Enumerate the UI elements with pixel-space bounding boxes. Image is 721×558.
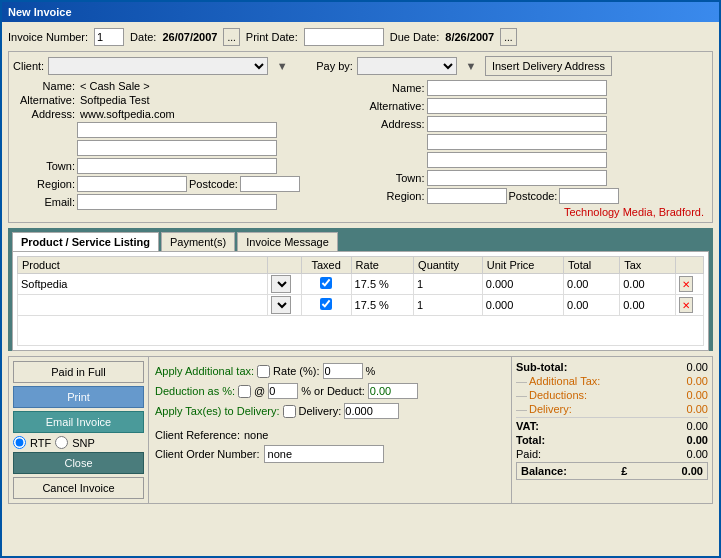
- addr3-row-left: [13, 140, 359, 156]
- product-cell-2: [18, 295, 268, 316]
- col-product: Product: [18, 257, 268, 274]
- addr-label-right: Address:: [363, 118, 425, 130]
- qty-input-2[interactable]: [417, 297, 457, 313]
- addr2-input-left[interactable]: [77, 122, 277, 138]
- client-select[interactable]: [48, 57, 268, 75]
- table-row: ▼ 17.5 % ✕: [18, 274, 704, 295]
- rate-input[interactable]: [323, 363, 363, 379]
- addr3-input-right[interactable]: [427, 152, 607, 168]
- deduct-input[interactable]: [368, 383, 418, 399]
- print-date-input[interactable]: [304, 28, 384, 46]
- region-input-left[interactable]: [77, 176, 187, 192]
- name-input-right[interactable]: [427, 80, 607, 96]
- town-input-left[interactable]: [77, 158, 277, 174]
- rtf-label: RTF: [30, 437, 51, 449]
- total-input-2[interactable]: [567, 297, 605, 313]
- product-dropdown-2[interactable]: ▼: [271, 296, 291, 314]
- alt-row-right: Alternative:: [363, 98, 709, 114]
- total-label: Total:: [516, 434, 545, 446]
- qty-cell-2: [414, 295, 483, 316]
- unit-price-input-2[interactable]: [486, 297, 541, 313]
- rate-unit-2: %: [379, 299, 389, 311]
- alt-label-right: Alternative:: [363, 100, 425, 112]
- qty-input-1[interactable]: [417, 276, 457, 292]
- delivery-label-bottom: Delivery:: [299, 405, 342, 417]
- name-value-left: < Cash Sale >: [80, 80, 150, 92]
- deduction-label: Deduction as %:: [155, 385, 235, 397]
- email-invoice-btn[interactable]: Email Invoice: [13, 411, 144, 433]
- unit-price-cell-2: [482, 295, 563, 316]
- addr-label-left: Address:: [13, 108, 75, 120]
- tax-input-2[interactable]: [623, 297, 661, 313]
- col-rate: Rate: [351, 257, 413, 274]
- deductions-value: 0.00: [687, 389, 708, 401]
- client-order-input[interactable]: [264, 445, 384, 463]
- total-value: 0.00: [687, 434, 708, 446]
- invoice-number-label: Invoice Number:: [8, 31, 88, 43]
- region-input-right[interactable]: [427, 188, 507, 204]
- rate-cell-1: 17.5 %: [351, 274, 413, 295]
- due-date-picker-btn[interactable]: ...: [500, 28, 516, 46]
- taxed-check-2[interactable]: [320, 298, 332, 310]
- product-input-2[interactable]: [21, 297, 264, 313]
- apply-tax-check[interactable]: [257, 365, 270, 378]
- apply-delivery-row: Apply Tax(es) to Delivery: Delivery:: [155, 403, 505, 419]
- region-label-left: Region:: [13, 178, 75, 190]
- delivery-input[interactable]: [344, 403, 399, 419]
- product-dropdown-1[interactable]: ▼: [271, 275, 291, 293]
- tax-input-1[interactable]: [623, 276, 661, 292]
- deduction-pct-input[interactable]: [268, 383, 298, 399]
- subtotal-label: Sub-total:: [516, 361, 567, 373]
- invoice-number-input[interactable]: [94, 28, 124, 46]
- rtf-radio[interactable]: [13, 436, 26, 449]
- postcode-input-right[interactable]: [559, 188, 619, 204]
- tax-cell-1: [620, 274, 676, 295]
- taxed-check-1[interactable]: [320, 277, 332, 289]
- unit-price-input-1[interactable]: [486, 276, 541, 292]
- main-window: New Invoice Invoice Number: Date: 26/07/…: [0, 0, 721, 558]
- close-btn[interactable]: Close: [13, 452, 144, 474]
- insert-delivery-btn[interactable]: Insert Delivery Address: [485, 56, 612, 76]
- vat-label: VAT:: [516, 420, 539, 432]
- subtotal-value: 0.00: [687, 361, 708, 373]
- town-label-left: Town:: [13, 160, 75, 172]
- alt-input-right[interactable]: [427, 98, 607, 114]
- cancel-invoice-btn[interactable]: Cancel Invoice: [13, 477, 144, 499]
- town-label-right: Town:: [363, 172, 425, 184]
- tab-product-service[interactable]: Product / Service Listing: [12, 232, 159, 251]
- deduction-check[interactable]: [238, 385, 251, 398]
- date-picker-btn[interactable]: ...: [223, 28, 239, 46]
- rate-value-1: 17.5: [355, 278, 376, 290]
- tab-invoice-message[interactable]: Invoice Message: [237, 232, 338, 251]
- addr-input-right[interactable]: [427, 116, 607, 132]
- product-input-1[interactable]: [21, 276, 264, 292]
- tab-payments[interactable]: Payment(s): [161, 232, 235, 251]
- subtotal-row: Sub-total: 0.00: [516, 361, 708, 373]
- apply-tax-label: Apply Additional tax:: [155, 365, 254, 377]
- addr3-input-left[interactable]: [77, 140, 277, 156]
- town-input-right[interactable]: [427, 170, 607, 186]
- delivery-dash: —: [516, 403, 527, 415]
- col-total: Total: [564, 257, 620, 274]
- delete-row-btn-1[interactable]: ✕: [679, 276, 693, 292]
- percent-sign2: %: [301, 385, 311, 397]
- delete-row-btn-2[interactable]: ✕: [679, 297, 693, 313]
- apply-delivery-check[interactable]: [283, 405, 296, 418]
- addr-value-left: www.softpedia.com: [80, 108, 175, 120]
- snp-radio[interactable]: [55, 436, 68, 449]
- addr-row-right: Address:: [363, 116, 709, 132]
- pay-by-label: Pay by:: [316, 60, 353, 72]
- addr2-input-right[interactable]: [427, 134, 607, 150]
- col-quantity: Quantity: [414, 257, 483, 274]
- email-input[interactable]: [77, 194, 277, 210]
- pay-by-select[interactable]: [357, 57, 457, 75]
- print-btn[interactable]: Print: [13, 386, 144, 408]
- paid-full-btn[interactable]: Paid in Full: [13, 361, 144, 383]
- total-input-1[interactable]: [567, 276, 605, 292]
- apply-delivery-label: Apply Tax(es) to Delivery:: [155, 405, 280, 417]
- totals-section: Sub-total: 0.00 — Additional Tax: 0.00 —…: [512, 357, 712, 503]
- postcode-input-left[interactable]: [240, 176, 300, 192]
- col-del: [676, 257, 704, 274]
- print-date-label: Print Date:: [246, 31, 298, 43]
- name-row-right: Name:: [363, 80, 709, 96]
